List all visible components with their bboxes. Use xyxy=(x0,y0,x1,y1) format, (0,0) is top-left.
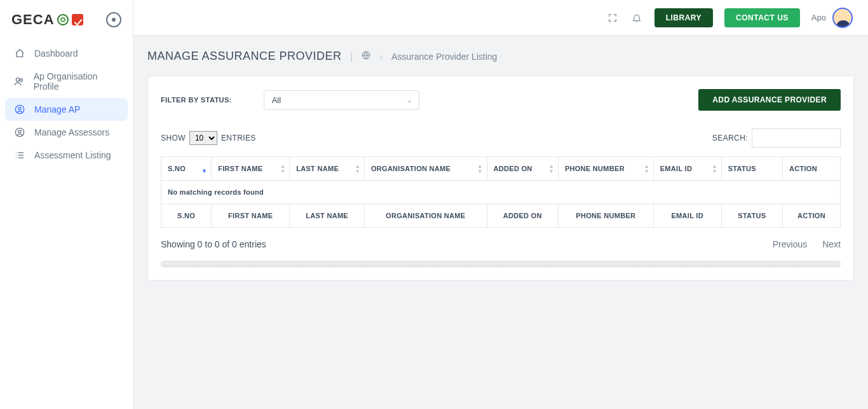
filter-label: FILTER BY STATUS: xyxy=(161,96,232,104)
fullscreen-icon[interactable] xyxy=(606,11,619,24)
table-footer-row: S.NO FIRST NAME LAST NAME ORGANISATION N… xyxy=(161,204,841,228)
table-info: Showing 0 to 0 of 0 entries xyxy=(161,239,266,249)
chevron-down-icon: ⌄ xyxy=(407,96,412,104)
sidebar-item-dashboard[interactable]: Dashboard xyxy=(5,42,128,65)
sidebar-item-label: Dashboard xyxy=(34,48,78,59)
sidebar-item-label: Manage AP xyxy=(34,104,80,114)
col-sno[interactable]: S.NO▲▼ xyxy=(161,157,212,181)
collapse-dot-icon xyxy=(112,18,116,22)
user-circle-icon xyxy=(14,104,25,114)
col-status[interactable]: STATUS xyxy=(721,157,782,181)
brand-check-icon xyxy=(72,14,83,25)
users-icon xyxy=(14,76,25,87)
foot-sno: S.NO xyxy=(161,204,212,228)
svg-point-3 xyxy=(18,107,21,110)
content-card: FILTER BY STATUS: All ⌄ ADD ASSURANCE PR… xyxy=(147,76,854,281)
col-last-name[interactable]: LAST NAME▲▼ xyxy=(290,157,365,181)
search-input[interactable] xyxy=(752,128,841,148)
foot-action: ACTION xyxy=(782,204,840,228)
entries-select[interactable]: 10 xyxy=(189,131,217,145)
sidebar-item-label: Ap Organisation Profile xyxy=(34,71,119,92)
foot-added: ADDED ON xyxy=(487,204,558,228)
svg-point-5 xyxy=(18,130,21,133)
svg-point-1 xyxy=(20,79,23,81)
page-head: MANAGE ASSURANCE PROVIDER | › Assurance … xyxy=(147,50,854,63)
avatar xyxy=(832,8,853,28)
col-first-name[interactable]: FIRST NAME▲▼ xyxy=(212,157,290,181)
sidebar-item-label: Manage Assessors xyxy=(34,127,109,137)
horizontal-scrollbar[interactable] xyxy=(161,261,841,267)
col-added-on[interactable]: ADDED ON▲▼ xyxy=(487,157,558,181)
page-title: MANAGE ASSURANCE PROVIDER xyxy=(147,50,342,63)
table-controls: SHOW 10 ENTRIES SEARCH: xyxy=(161,128,841,148)
list-icon xyxy=(14,150,25,160)
sidebar-item-label: Assessment Listing xyxy=(34,150,111,160)
foot-email: EMAIL ID xyxy=(653,204,721,228)
main: MANAGE ASSURANCE PROVIDER | › Assurance … xyxy=(133,36,868,409)
foot-phone: PHONE NUMBER xyxy=(558,204,653,228)
brand-name: GECA xyxy=(11,11,55,28)
foot-last: LAST NAME xyxy=(290,204,365,228)
globe-icon[interactable] xyxy=(362,51,370,62)
status-filter-select[interactable]: All ⌄ xyxy=(264,90,419,110)
foot-org: ORGANISATION NAME xyxy=(364,204,487,228)
search-label: SEARCH: xyxy=(712,134,748,142)
user-menu[interactable]: Apo xyxy=(811,8,853,28)
breadcrumb-separator: | xyxy=(351,52,353,62)
sidebar-item-assessment-listing[interactable]: Assessment Listing xyxy=(5,144,128,167)
assurance-provider-table: S.NO▲▼ FIRST NAME▲▼ LAST NAME▲▼ ORGANISA… xyxy=(161,156,841,228)
prev-page[interactable]: Previous xyxy=(773,239,807,249)
brand-swirl-icon xyxy=(57,14,69,25)
logo-row: GECA xyxy=(0,8,133,38)
col-email[interactable]: EMAIL ID▲▼ xyxy=(653,157,721,181)
user-name: Apo xyxy=(811,13,826,22)
sidebar-collapse-button[interactable] xyxy=(106,12,121,27)
empty-message: No matching records found xyxy=(161,181,841,204)
sidebar-nav: Dashboard Ap Organisation Profile Manage… xyxy=(0,38,133,170)
brand-logo: GECA xyxy=(11,11,83,28)
foot-first: FIRST NAME xyxy=(212,204,290,228)
pagination: Previous Next xyxy=(773,239,841,249)
table-search: SEARCH: xyxy=(712,128,841,148)
show-suffix: ENTRIES xyxy=(221,134,256,142)
home-icon xyxy=(14,48,25,59)
table-header-row: S.NO▲▼ FIRST NAME▲▼ LAST NAME▲▼ ORGANISA… xyxy=(161,157,841,181)
topbar: LIBRARY CONTACT US Apo xyxy=(133,0,868,36)
table-bottom: Showing 0 to 0 of 0 entries Previous Nex… xyxy=(161,239,841,249)
chevron-right-icon: › xyxy=(379,52,383,62)
next-page[interactable]: Next xyxy=(822,239,841,249)
sidebar-item-manage-assessors[interactable]: Manage Assessors xyxy=(5,121,128,144)
sidebar-item-ap-org-profile[interactable]: Ap Organisation Profile xyxy=(5,65,128,98)
bell-icon[interactable] xyxy=(630,11,643,24)
breadcrumb-current: Assurance Provider Listing xyxy=(391,52,498,62)
contact-us-button[interactable]: CONTACT US xyxy=(724,8,800,27)
sidebar: GECA Dashboard Ap Organisation Profile M… xyxy=(0,0,133,409)
col-action: ACTION xyxy=(782,157,840,181)
library-button[interactable]: LIBRARY xyxy=(654,8,713,27)
svg-point-0 xyxy=(17,78,20,81)
col-phone[interactable]: PHONE NUMBER▲▼ xyxy=(558,157,653,181)
show-prefix: SHOW xyxy=(161,134,186,142)
sidebar-item-manage-ap[interactable]: Manage AP xyxy=(5,98,128,121)
filter-row: FILTER BY STATUS: All ⌄ ADD ASSURANCE PR… xyxy=(161,89,841,111)
show-entries: SHOW 10 ENTRIES xyxy=(161,131,256,145)
table-empty-row: No matching records found xyxy=(161,181,841,204)
user-circle-icon xyxy=(14,127,25,137)
status-filter-value: All xyxy=(272,95,281,105)
add-assurance-provider-button[interactable]: ADD ASSURANCE PROVIDER xyxy=(698,89,841,111)
foot-status: STATUS xyxy=(721,204,782,228)
col-org-name[interactable]: ORGANISATION NAME▲▼ xyxy=(364,157,487,181)
